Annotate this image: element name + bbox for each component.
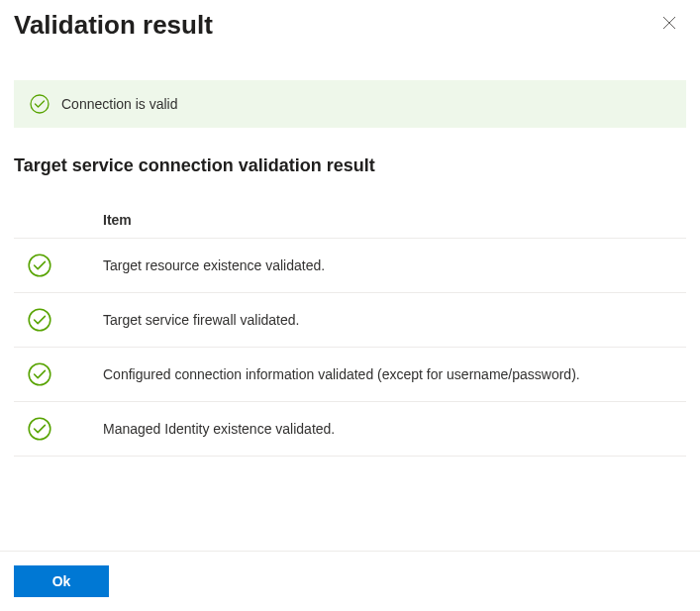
- row-text: Managed Identity existence validated.: [103, 421, 335, 437]
- dialog-title: Validation result: [14, 10, 213, 41]
- dialog-content: Connection is valid Target service conne…: [0, 41, 700, 551]
- table-header-row: Item: [14, 202, 686, 239]
- svg-point-2: [31, 95, 49, 113]
- check-circle-icon: [30, 94, 50, 114]
- svg-point-5: [29, 363, 50, 385]
- banner-message: Connection is valid: [61, 96, 178, 112]
- check-circle-icon: [28, 417, 51, 441]
- table-row: Target resource existence validated.: [14, 239, 686, 293]
- check-circle-icon: [28, 254, 51, 277]
- row-text: Configured connection information valida…: [103, 366, 580, 382]
- section-title: Target service connection validation res…: [14, 155, 686, 176]
- row-text: Target resource existence validated.: [103, 257, 325, 273]
- ok-button[interactable]: Ok: [14, 565, 109, 597]
- dialog-header: Validation result: [0, 0, 700, 41]
- table-row: Configured connection information valida…: [14, 348, 686, 402]
- close-button[interactable]: [656, 10, 682, 36]
- svg-point-4: [29, 309, 50, 331]
- row-text: Target service firewall validated.: [103, 312, 299, 328]
- validation-table: Item Target resource existence validated…: [14, 202, 686, 457]
- check-circle-icon: [28, 362, 51, 386]
- svg-point-6: [29, 418, 50, 440]
- svg-point-3: [29, 255, 50, 276]
- close-icon: [662, 16, 676, 30]
- column-header-item: Item: [103, 212, 132, 228]
- dialog-footer: Ok: [0, 551, 700, 611]
- check-circle-icon: [28, 308, 51, 332]
- status-banner: Connection is valid: [14, 80, 686, 128]
- table-row: Target service firewall validated.: [14, 293, 686, 348]
- table-row: Managed Identity existence validated.: [14, 402, 686, 457]
